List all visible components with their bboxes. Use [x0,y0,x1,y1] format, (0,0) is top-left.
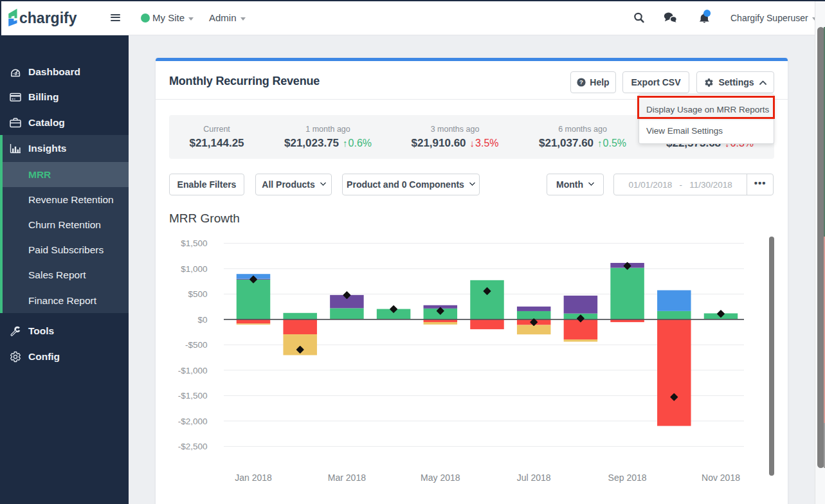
notifications-bell-icon[interactable] [698,0,713,35]
site-status-dot [141,14,150,22]
chevron-down-icon [320,180,326,186]
svg-text:Jul 2018: Jul 2018 [517,473,551,483]
hamburger-menu-icon[interactable] [111,14,121,22]
menu-item-view-email-settings[interactable]: View Email Settings [639,120,774,141]
sidebar-item-label: Catalog [28,117,65,129]
stat-label: 1 month ago [284,125,372,135]
help-button-label: Help [590,77,609,87]
export-csv-button[interactable]: Export CSV [622,71,689,93]
user-menu[interactable]: Chargify Superuser [730,0,817,35]
chevron-down-icon [240,17,246,21]
chargify-logo-text: chargify [19,10,77,27]
user-label: Chargify Superuser [730,13,808,23]
components-dropdown-label: Product and 0 Components [347,179,464,190]
products-dropdown[interactable]: All Products [255,174,332,195]
sidebar-subitem-label: Churn Retention [28,219,101,231]
more-options-button[interactable]: ••• [747,174,773,195]
sidebar-item-config[interactable]: Config [0,344,129,370]
sidebar-item-insights[interactable]: Insights [0,136,129,161]
chevron-up-icon [759,80,766,85]
credit-card-icon [10,91,21,103]
sidebar-insights-section: MRRRevenue RetentionChurn RetentionPaid … [0,135,129,313]
stat-percent: 0.5% [603,138,626,148]
stat-value: $21,144.25 [189,137,244,150]
svg-text:$0: $0 [197,315,207,325]
svg-text:$1,500: $1,500 [181,239,207,248]
sidebar-subitem-revenue-retention[interactable]: Revenue Retention [3,187,129,212]
card-accent-bar [156,58,788,61]
date-range-group: 01/01/2018 - 11/30/2018 ••• [613,174,774,195]
svg-text:$500: $500 [188,289,207,299]
chart-scrollbar-thumb[interactable] [769,237,774,476]
sidebar-subitem-label: Revenue Retention [28,194,114,206]
stat-percent: 0.6% [349,138,372,148]
date-range-input[interactable]: 01/01/2018 - 11/30/2018 [614,174,747,195]
sidebar-subitem-finance-report[interactable]: Finance Report [3,288,129,313]
svg-text:$1,000: $1,000 [181,264,207,274]
stat-percent: 3.5% [475,138,498,148]
svg-text:-$2,000: -$2,000 [178,417,208,426]
settings-button[interactable]: Settings [696,71,774,93]
window-top-edge [0,0,825,1]
stat-column: 6 months ago$21,037.60↑0.5% [539,115,626,159]
stat-column: Current$21,144.25 [189,115,244,159]
components-dropdown[interactable]: Product and 0 Components [342,174,480,195]
page-title: Monthly Recurring Revenue [169,75,320,88]
sidebar-subitem-mrr[interactable]: MRR [3,162,129,187]
svg-text:Sep 2018: Sep 2018 [608,473,647,483]
settings-button-label: Settings [718,77,754,87]
stat-label: Current [189,125,244,135]
chevron-down-icon [469,180,475,186]
stat-label: 6 months ago [539,125,626,135]
enable-filters-button[interactable]: Enable Filters [169,174,244,195]
up-arrow-icon: ↑ [597,138,603,148]
sidebar-subitem-label: MRR [28,169,51,181]
stat-value: $21,037.60↑0.5% [539,137,626,150]
stat-label: 3 months ago [411,125,498,135]
sidebar-subitem-paid-subscribers[interactable]: Paid Subscribers [3,238,129,263]
chevron-down-icon [188,17,194,21]
my-site-menu[interactable]: My Site [141,0,194,35]
search-icon[interactable] [632,0,646,35]
svg-text:?: ? [579,78,583,86]
sidebar-item-catalog[interactable]: Catalog [0,110,129,136]
help-button[interactable]: ? Help [570,71,616,93]
interval-dropdown[interactable]: Month [547,174,604,195]
my-site-label: My Site [152,12,185,23]
bar-chart-icon [10,143,21,154]
sidebar-item-tools[interactable]: Tools [0,318,129,344]
sidebar-item-label: Dashboard [28,66,80,78]
svg-text:-$1,000: -$1,000 [178,366,208,375]
sidebar-subitem-label: Finance Report [28,295,96,307]
svg-text:Mar 2018: Mar 2018 [328,473,366,483]
sidebar-item-dashboard[interactable]: Dashboard [0,59,129,85]
top-navbar: chargify My Site Admin Char [0,0,825,35]
gear-icon [10,351,21,363]
mrr-report-card: Monthly Recurring Revenue ? Help Export … [156,58,788,504]
gauge-icon [10,66,21,78]
sidebar-item-billing[interactable]: Billing [0,84,129,110]
up-arrow-icon: ↑ [343,138,348,148]
chat-icon[interactable] [663,0,678,35]
chevron-down-icon [588,180,595,186]
sidebar-subitem-label: Sales Report [28,269,86,281]
svg-text:May 2018: May 2018 [421,473,460,483]
svg-text:-$2,500: -$2,500 [178,442,208,451]
svg-text:-$1,500: -$1,500 [178,391,208,401]
svg-text:Jan 2018: Jan 2018 [235,473,272,483]
svg-text:-$500: -$500 [185,340,208,350]
settings-dropdown-menu: Display Usage on MRR ReportsView Email S… [639,94,774,144]
sidebar-subitem-churn-retention[interactable]: Churn Retention [3,212,129,237]
sidebar-item-label: Tools [28,325,54,337]
sidebar-subitem-sales-report[interactable]: Sales Report [3,263,129,288]
sidebar-subitem-label: Paid Subscribers [28,244,104,256]
menu-item-display-usage-on-mrr-reports[interactable]: Display Usage on MRR Reports [639,99,774,120]
sidebar-item-label: Insights [28,143,66,154]
enable-filters-label: Enable Filters [177,179,237,190]
down-arrow-icon: ↓ [470,138,475,148]
question-circle-icon: ? [577,78,586,87]
interval-dropdown-label: Month [556,179,583,190]
admin-menu[interactable]: Admin [209,0,246,35]
admin-label: Admin [209,12,237,23]
svg-text:Nov 2018: Nov 2018 [702,473,740,483]
